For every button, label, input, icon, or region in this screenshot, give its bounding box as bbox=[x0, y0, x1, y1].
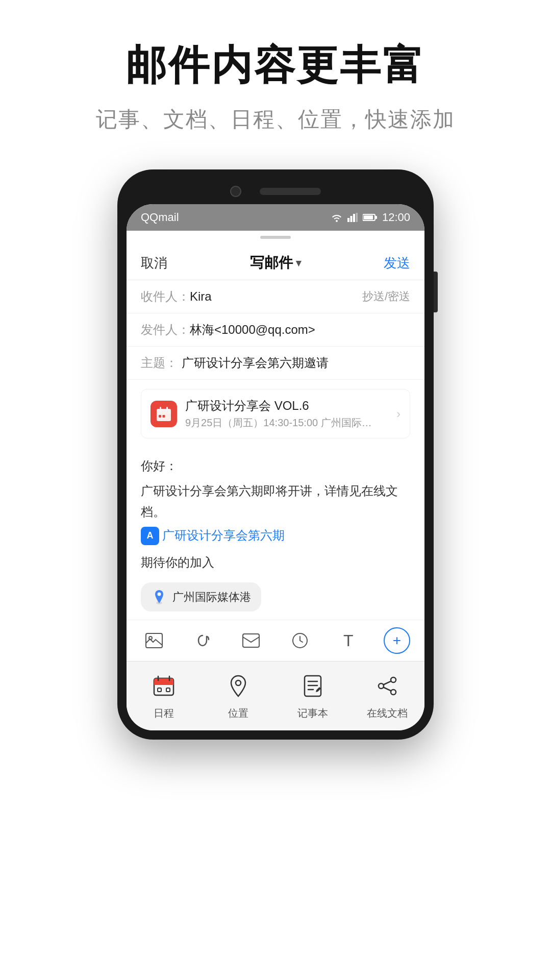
subject-field[interactable]: 主题： 广研设计分享会第六期邀请 bbox=[127, 347, 424, 380]
calendar-card[interactable]: 广研设计分享会 VOL.6 9月25日（周五）14:30-15:00 广州国际…… bbox=[141, 389, 410, 438]
subject-value: 广研设计分享会第六期邀请 bbox=[182, 355, 410, 371]
attachment-toolbar-button[interactable] bbox=[189, 627, 216, 654]
svg-rect-5 bbox=[364, 215, 373, 219]
from-field: 发件人： 林海<10000@qq.com> bbox=[127, 313, 424, 347]
svg-rect-2 bbox=[353, 214, 355, 222]
hero-subtitle: 记事、文档、日程、位置，快速添加 bbox=[96, 105, 455, 134]
svg-rect-12 bbox=[163, 415, 165, 418]
phone-mockup: QQmail bbox=[117, 169, 434, 740]
hero-section: 邮件内容更丰富 记事、文档、日程、位置，快速添加 bbox=[0, 0, 551, 154]
cancel-button[interactable]: 取消 bbox=[141, 254, 167, 272]
image-icon bbox=[145, 633, 163, 648]
quick-action-doc[interactable]: 在线文档 bbox=[350, 671, 424, 720]
wifi-icon bbox=[331, 213, 342, 222]
calendar-detail: 9月25日（周五）14:30-15:00 广州国际… bbox=[185, 416, 396, 430]
map-pin-icon bbox=[152, 589, 166, 605]
svg-rect-24 bbox=[158, 688, 161, 692]
location-text: 广州国际媒体港 bbox=[172, 587, 251, 606]
from-value: 林海<10000@qq.com> bbox=[190, 322, 410, 338]
status-app-name: QQmail bbox=[141, 211, 179, 224]
status-icons: 12:00 bbox=[331, 211, 410, 224]
email-body[interactable]: 你好： 广研设计分享会第六期即将开讲，详情见在线文档。 A 广研设计分享会第六期… bbox=[127, 448, 424, 620]
svg-point-33 bbox=[391, 690, 396, 695]
location-chip-icon bbox=[151, 589, 167, 605]
svg-point-14 bbox=[158, 592, 161, 596]
to-field[interactable]: 收件人： Kira 抄送/密送 bbox=[127, 280, 424, 313]
svg-rect-9 bbox=[160, 407, 161, 411]
svg-rect-6 bbox=[375, 216, 377, 219]
svg-rect-0 bbox=[347, 218, 349, 222]
email-toolbar-button[interactable] bbox=[238, 627, 264, 654]
svg-rect-1 bbox=[350, 216, 352, 222]
compose-title: 写邮件 ▾ bbox=[250, 253, 301, 273]
phone-screen: QQmail bbox=[127, 204, 424, 730]
calendar-info: 广研设计分享会 VOL.6 9月25日（周五）14:30-15:00 广州国际… bbox=[185, 398, 396, 430]
svg-rect-3 bbox=[356, 213, 358, 222]
phone-notch bbox=[127, 179, 424, 204]
compose-title-text: 写邮件 bbox=[250, 253, 293, 273]
svg-point-31 bbox=[379, 683, 384, 689]
note-quick-label: 记事本 bbox=[297, 706, 328, 720]
note-quick-icon bbox=[297, 671, 328, 701]
doc-icon-letter: A bbox=[147, 528, 154, 544]
svg-rect-11 bbox=[159, 415, 161, 418]
bottom-toolbar: T + bbox=[127, 620, 424, 661]
text-t-icon: T bbox=[343, 631, 354, 650]
text-format-toolbar-button[interactable]: T bbox=[335, 627, 362, 654]
signal-icon bbox=[347, 213, 358, 222]
svg-rect-17 bbox=[243, 634, 259, 647]
cc-bcc-button[interactable]: 抄送/密送 bbox=[362, 289, 410, 304]
svg-rect-8 bbox=[157, 409, 171, 414]
body-content: 广研设计分享会第六期即将开讲，详情见在线文档。 A 广研设计分享会第六期 bbox=[141, 481, 410, 546]
svg-line-34 bbox=[384, 681, 391, 685]
location-chip[interactable]: 广州国际媒体港 bbox=[141, 582, 261, 611]
calendar-quick-icon bbox=[148, 671, 179, 701]
status-bar: QQmail bbox=[127, 204, 424, 231]
document-link[interactable]: 广研设计分享会第六期 bbox=[162, 525, 285, 546]
status-time: 12:00 bbox=[382, 211, 410, 224]
phone-outer: QQmail bbox=[117, 169, 434, 740]
phone-side-button bbox=[434, 272, 438, 312]
to-value: Kira bbox=[190, 289, 362, 304]
phone-camera bbox=[230, 186, 241, 197]
svg-point-26 bbox=[236, 680, 241, 685]
quick-action-note[interactable]: 记事本 bbox=[276, 671, 350, 720]
attachment-icon bbox=[194, 632, 211, 649]
doc-quick-label: 在线文档 bbox=[367, 706, 408, 720]
calendar-title: 广研设计分享会 VOL.6 bbox=[185, 398, 396, 414]
clock-icon bbox=[292, 632, 308, 649]
battery-icon bbox=[363, 213, 377, 222]
clock-toolbar-button[interactable] bbox=[287, 627, 313, 654]
svg-rect-25 bbox=[166, 688, 170, 692]
body-expect: 期待你的加入 bbox=[141, 552, 410, 573]
body-greeting: 你好： bbox=[141, 456, 410, 477]
email-icon bbox=[242, 633, 260, 648]
to-label: 收件人： bbox=[141, 288, 190, 305]
doc-quick-icon bbox=[372, 671, 403, 701]
compose-dropdown-arrow[interactable]: ▾ bbox=[296, 257, 301, 269]
svg-rect-21 bbox=[154, 682, 173, 685]
hero-title: 邮件内容更丰富 bbox=[126, 41, 425, 90]
quick-actions-bar: 日程 位置 bbox=[127, 661, 424, 730]
from-label: 发件人： bbox=[141, 322, 190, 338]
svg-point-32 bbox=[391, 677, 396, 682]
location-quick-label: 位置 bbox=[228, 706, 248, 720]
svg-rect-10 bbox=[166, 407, 168, 411]
svg-line-35 bbox=[384, 688, 391, 691]
plus-icon: + bbox=[393, 632, 401, 649]
image-toolbar-button[interactable] bbox=[141, 627, 167, 654]
add-toolbar-button[interactable]: + bbox=[384, 627, 410, 654]
quick-action-calendar[interactable]: 日程 bbox=[127, 671, 201, 720]
body-text: 广研设计分享会第六期即将开讲，详情见在线文档。 bbox=[141, 481, 410, 523]
subject-label: 主题： bbox=[141, 355, 182, 371]
compose-header: 取消 写邮件 ▾ 发送 bbox=[127, 244, 424, 280]
send-button[interactable]: 发送 bbox=[384, 254, 410, 272]
phone-speaker bbox=[260, 188, 321, 195]
scroll-indicator bbox=[260, 236, 291, 239]
calendar-icon bbox=[151, 401, 177, 427]
quick-action-location[interactable]: 位置 bbox=[201, 671, 276, 720]
document-inline-icon[interactable]: A bbox=[141, 527, 159, 545]
page-container: 邮件内容更丰富 记事、文档、日程、位置，快速添加 QQmail bbox=[0, 0, 551, 980]
calendar-quick-label: 日程 bbox=[154, 706, 174, 720]
location-quick-icon bbox=[223, 671, 254, 701]
